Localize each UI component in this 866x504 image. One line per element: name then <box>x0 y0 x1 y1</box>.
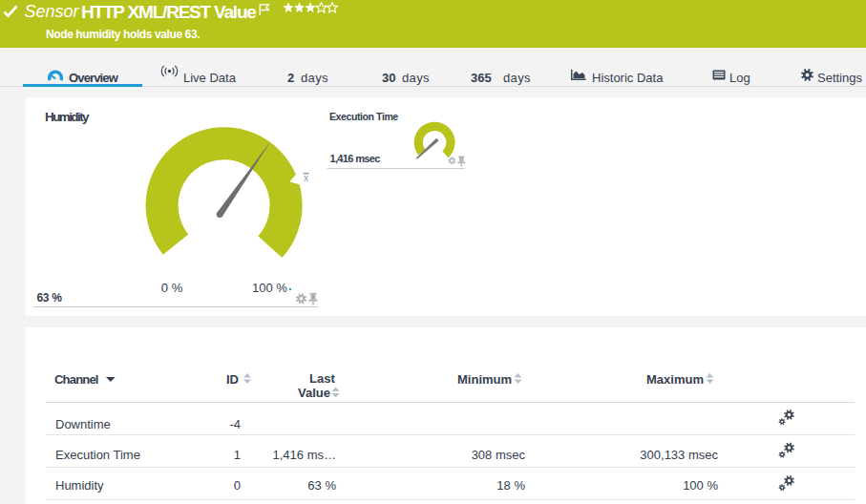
svg-text:x: x <box>304 173 308 183</box>
